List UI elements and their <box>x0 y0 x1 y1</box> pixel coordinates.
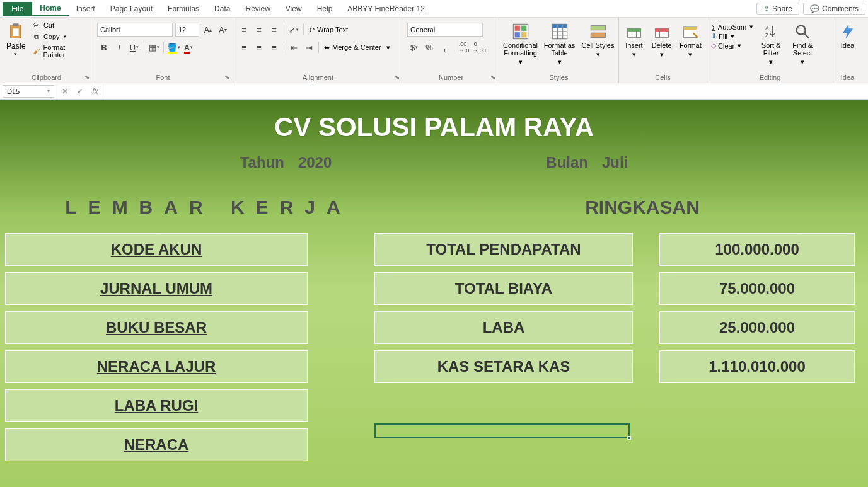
font-size-select[interactable] <box>175 23 199 37</box>
comments-icon: 💬 <box>810 4 819 13</box>
tab-abbyy[interactable]: ABBYY FineReader 12 <box>340 2 432 16</box>
align-top-button[interactable]: ≡ <box>237 23 251 37</box>
increase-indent-button[interactable]: ⇥ <box>302 40 316 54</box>
comma-button[interactable]: , <box>437 40 451 54</box>
ideas-button[interactable]: Idea <box>836 23 859 49</box>
clear-button[interactable]: ◇Clear▾ <box>711 42 753 50</box>
alignment-dialog-launcher[interactable]: ⬊ <box>393 73 401 81</box>
insert-cells-button[interactable]: Insert▾ <box>623 23 645 58</box>
link-neraca[interactable]: NERACA <box>5 428 308 461</box>
format-table-label: Format as Table <box>543 42 576 57</box>
underline-button[interactable]: U▾ <box>127 40 141 54</box>
comments-button[interactable]: 💬 Comments <box>803 3 865 15</box>
group-label-editing: Editing <box>707 74 833 81</box>
cell-styles-button[interactable]: Cell Styles▾ <box>581 23 615 66</box>
group-font: A▴ A▾ B I U▾ ▦▾ 🪣▾ A▾ Font ⬊ <box>93 18 233 83</box>
copy-button[interactable]: ⧉Copy▾ <box>31 32 89 42</box>
fill-color-button[interactable]: 🪣▾ <box>166 40 180 54</box>
group-cells: Insert▾ Delete▾ Format▾ Cells <box>619 18 707 83</box>
name-box-value: D15 <box>7 88 20 95</box>
sort-filter-button[interactable]: AZ Sort & Filter▾ <box>757 23 785 66</box>
format-cells-button[interactable]: Format▾ <box>678 23 703 58</box>
tab-file[interactable]: File <box>3 2 32 16</box>
fill-down-icon: ⬇ <box>711 32 717 40</box>
find-select-label: Find & Select <box>789 42 816 57</box>
fill-button[interactable]: ⬇Fill▾ <box>711 32 753 40</box>
group-alignment: ≡ ≡ ≡ ⤢▾ ↩Wrap Text ≡ ≡ ≡ ⇤ ⇥ ⬌Merge & C… <box>233 18 403 83</box>
copy-label: Copy <box>43 33 60 40</box>
format-as-table-button[interactable]: Format as Table▾ <box>543 23 576 66</box>
increase-font-button[interactable]: A▴ <box>202 23 214 37</box>
insert-function-button[interactable]: fx <box>88 85 103 98</box>
tab-view[interactable]: View <box>278 2 310 16</box>
insert-cells-label: Insert <box>625 42 643 49</box>
increase-decimal-button[interactable]: .00→.0 <box>457 40 471 54</box>
cut-button[interactable]: ✂Cut <box>31 20 89 30</box>
tab-home[interactable]: Home <box>32 1 68 16</box>
merge-icon: ⬌ <box>324 43 330 52</box>
delete-cells-button[interactable]: Delete▾ <box>651 23 673 58</box>
conditional-formatting-button[interactable]: Conditional Formatting▾ <box>503 23 538 66</box>
value-kas: 1.110.010.000 <box>659 350 855 383</box>
conditional-formatting-icon <box>512 23 529 40</box>
align-middle-button[interactable]: ≡ <box>252 23 266 37</box>
tab-help[interactable]: Help <box>310 2 340 16</box>
link-buku-besar[interactable]: BUKU BESAR <box>5 311 308 344</box>
value-total-pendapatan: 100.000.000 <box>659 233 855 266</box>
tahun-label: Tahun <box>240 154 284 171</box>
tab-review[interactable]: Review <box>238 2 277 16</box>
font-color-button[interactable]: A▾ <box>182 40 195 54</box>
align-left-button[interactable]: ≡ <box>237 40 251 54</box>
ribbon: Paste ▾ ✂Cut ⧉Copy▾ 🖌Format Painter Clip… <box>0 18 868 83</box>
worksheet-area[interactable]: CV SOLUSI PALAM RAYA Tahun 2020 Bulan Ju… <box>0 100 868 487</box>
link-neraca-lajur[interactable]: NERACA LAJUR <box>5 350 308 383</box>
group-styles: Conditional Formatting▾ Format as Table▾… <box>499 18 619 83</box>
decrease-font-button[interactable]: A▾ <box>217 23 229 37</box>
group-label-cells: Cells <box>619 74 707 81</box>
merge-center-button[interactable]: ⬌Merge & Center▾ <box>321 42 393 53</box>
link-kode-akun[interactable]: KODE AKUN <box>5 233 308 266</box>
italic-button[interactable]: I <box>112 40 126 54</box>
number-format-select[interactable] <box>407 23 483 37</box>
link-jurnal-umum[interactable]: JURNAL UMUM <box>5 272 308 305</box>
align-right-button[interactable]: ≡ <box>267 40 281 54</box>
lembar-kerja-header: LEMBAR KERJA <box>0 197 417 218</box>
clipboard-dialog-launcher[interactable]: ⬊ <box>83 73 91 81</box>
svg-rect-2 <box>13 28 19 36</box>
formula-input[interactable] <box>106 85 868 98</box>
name-box[interactable]: D15 ▾ <box>3 85 54 98</box>
orientation-button[interactable]: ⤢▾ <box>287 23 301 37</box>
tab-data[interactable]: Data <box>207 2 238 16</box>
borders-button[interactable]: ▦▾ <box>147 40 161 54</box>
font-dialog-launcher[interactable]: ⬊ <box>223 73 231 81</box>
wrap-text-button[interactable]: ↩Wrap Text <box>306 25 350 35</box>
align-center-button[interactable]: ≡ <box>252 40 266 54</box>
group-label-alignment: Alignment <box>233 74 403 81</box>
format-painter-button[interactable]: 🖌Format Painter <box>31 43 89 59</box>
chevron-down-icon: ▾ <box>14 52 17 57</box>
enter-formula-button[interactable]: ✓ <box>72 85 88 98</box>
tab-page-layout[interactable]: Page Layout <box>103 2 160 16</box>
align-bottom-button[interactable]: ≡ <box>267 23 281 37</box>
scissors-icon: ✂ <box>32 21 41 30</box>
decrease-indent-button[interactable]: ⇤ <box>287 40 301 54</box>
selection-fill-handle[interactable] <box>627 436 631 440</box>
percent-button[interactable]: % <box>422 40 436 54</box>
share-button[interactable]: ⇪ Share <box>756 3 799 15</box>
tab-insert[interactable]: Insert <box>69 2 103 16</box>
font-name-select[interactable] <box>97 23 173 37</box>
search-icon <box>794 23 811 40</box>
find-select-button[interactable]: Find & Select▾ <box>789 23 816 66</box>
decrease-decimal-button[interactable]: .0→.00 <box>472 40 486 54</box>
number-dialog-launcher[interactable]: ⬊ <box>489 73 497 81</box>
cell-selection[interactable] <box>374 423 630 438</box>
cancel-formula-button[interactable]: ✕ <box>57 85 72 98</box>
accounting-format-button[interactable]: $▾ <box>407 40 421 54</box>
svg-point-28 <box>797 26 806 35</box>
tab-formulas[interactable]: Formulas <box>160 2 207 16</box>
paste-button[interactable]: Paste ▾ <box>4 20 28 59</box>
copy-icon: ⧉ <box>32 32 41 41</box>
bold-button[interactable]: B <box>97 40 111 54</box>
autosum-button[interactable]: ∑AutoSum▾ <box>711 23 753 31</box>
link-laba-rugi[interactable]: LABA RUGI <box>5 389 308 422</box>
